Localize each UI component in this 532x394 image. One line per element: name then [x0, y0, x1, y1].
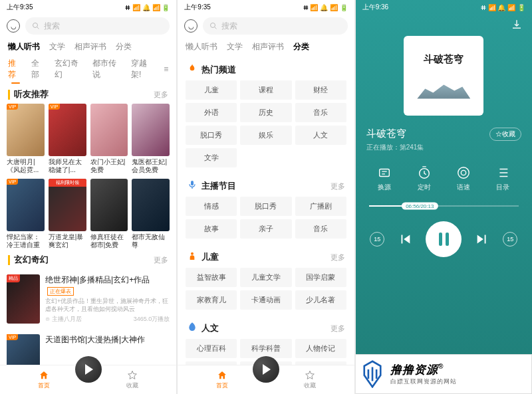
favorite-button[interactable]: ☆收藏 [489, 128, 521, 141]
category-chip[interactable]: 情感 [186, 197, 237, 216]
book-card[interactable]: 修真狂徒在都市|免费 [90, 179, 128, 250]
book-title: 万道龙皇|暴爽玄幻 [49, 233, 86, 250]
nav-tab[interactable]: 分类 [293, 41, 309, 52]
nav-tab[interactable]: 相声评书 [252, 41, 284, 52]
svg-point-8 [458, 167, 469, 179]
book-card[interactable]: 都市无敌仙尊 [132, 179, 170, 250]
rewind-15-button[interactable]: 15 [370, 232, 384, 246]
category-chip[interactable]: 人文 [295, 126, 346, 145]
category-chip[interactable]: 文学 [186, 148, 237, 167]
category-chip[interactable]: 人物传记 [295, 339, 346, 358]
status-icons: ⵌ 📶 🔔 📶 🔋 [125, 4, 170, 11]
status-icons: ⵌ 📶 🔔 📶 🔋 [303, 4, 348, 11]
more-link[interactable]: 更多 [331, 324, 345, 334]
category-chip[interactable]: 故事 [186, 219, 237, 239]
prev-button[interactable] [398, 232, 412, 246]
book-card[interactable]: 农门小王妃|免费 [90, 104, 128, 175]
home-icon [216, 370, 228, 381]
category-chip[interactable]: 广播剧 [295, 197, 346, 216]
play-fab[interactable] [75, 356, 102, 383]
mountain-art [417, 79, 470, 99]
progress-bar[interactable]: 06:56/20:13 [356, 199, 532, 213]
category-section: 儿童更多益智故事儿童文学国学启蒙家教育儿卡通动画少儿名著 [184, 243, 347, 314]
book-cover [90, 179, 128, 231]
swap-icon [377, 165, 392, 180]
category-chip[interactable]: 脱口秀 [240, 197, 291, 216]
menu-icon[interactable]: ≡ [164, 64, 168, 74]
nav-tab[interactable]: 文学 [49, 41, 65, 52]
more-link[interactable]: 更多 [154, 255, 168, 265]
svg-line-1 [37, 27, 39, 29]
category-chip[interactable]: 卡通动画 [240, 290, 291, 310]
more-link[interactable]: 更多 [331, 252, 345, 262]
timer-button[interactable]: 定时 [417, 165, 432, 192]
speed-button[interactable]: 语速 [456, 165, 471, 192]
toc-button[interactable]: 目录 [495, 165, 510, 192]
category-chip[interactable]: 脱口秀 [186, 126, 237, 145]
category-chip[interactable]: 家教育儿 [186, 290, 237, 310]
category-chip[interactable]: 国学启蒙 [295, 268, 346, 287]
category-chip[interactable]: 音乐 [295, 219, 346, 239]
sub-nav: 推荐 全部 玄幻奇幻 都市传说 穿越架! ≡ [0, 55, 176, 84]
search-placeholder: 搜索 [221, 21, 237, 32]
category-chip[interactable]: 娱乐 [240, 126, 291, 145]
vip-badge: VIP [7, 334, 18, 340]
categories-area[interactable]: 热门频道儿童课程财经外语历史音乐脱口秀娱乐人文文学主播节目更多情感脱口秀广播剧故… [178, 55, 354, 365]
book-cover [132, 179, 170, 231]
category-chip[interactable]: 课程 [240, 80, 291, 100]
category-chip[interactable]: 少儿名著 [295, 290, 346, 310]
subnav-item[interactable]: 都市传说 [92, 58, 123, 80]
book-card[interactable]: 福利限时领万道龙皇|暴爽玄幻 [49, 179, 86, 250]
more-link[interactable]: 更多 [154, 90, 168, 100]
nav-tab[interactable]: 分类 [116, 41, 132, 52]
nav-tab[interactable]: 懒人听书 [8, 41, 40, 52]
search-input[interactable]: 搜索 [203, 17, 347, 35]
category-chip[interactable]: 历史 [240, 103, 291, 122]
nav-collect[interactable]: 收藏 [126, 370, 138, 390]
status-icons: ⵌ 📶 🔔 📶 🔋 [481, 4, 525, 11]
category-chip[interactable]: 儿童 [186, 80, 237, 100]
category-chip[interactable]: 亲子 [240, 219, 291, 239]
book-card[interactable]: 鬼医都王妃|会员免费 [132, 104, 170, 175]
subnav-item[interactable]: 全部 [31, 58, 47, 80]
content-area[interactable]: 听友推荐 更多 VIP大唐明月|《风起霓...VIP我师兄在太稳健了|...农门… [0, 84, 176, 365]
subnav-item[interactable]: 穿越架! [131, 58, 156, 80]
subnav-item[interactable]: 玄幻奇幻 [55, 58, 85, 80]
search-input[interactable]: 搜索 [25, 17, 170, 35]
screen-home: 上午9:35 ⵌ 📶 🔔 📶 🔋 ◡ 搜索 懒人听书 文学 相声评书 分类 推荐… [0, 0, 176, 394]
nav-collect[interactable]: 收藏 [304, 370, 316, 390]
more-link[interactable]: 更多 [331, 181, 345, 191]
next-button[interactable] [475, 232, 489, 246]
pause-button[interactable] [426, 221, 462, 257]
category-chip[interactable]: 儿童文学 [240, 268, 291, 287]
face-icon[interactable]: ◡ [7, 19, 20, 33]
album-title: 斗破苍穹 [424, 53, 464, 66]
nav-home[interactable]: 首页 [216, 370, 228, 390]
subnav-item[interactable]: 推荐 [8, 58, 23, 80]
category-chip[interactable]: 外语 [186, 103, 237, 122]
book-card[interactable]: VIP大唐明月|《风起霓... [7, 104, 45, 175]
book-title: 都市无敌仙尊 [132, 233, 170, 250]
svg-rect-6 [380, 169, 390, 177]
category-chip[interactable]: 心理百科 [186, 339, 237, 358]
category-chip[interactable]: 益智故事 [186, 268, 237, 287]
category-chip[interactable]: 财经 [295, 80, 346, 100]
album-art[interactable]: 斗破苍穹 [404, 36, 483, 116]
book-card[interactable]: VIP悍妃当家：冷王请自重 [7, 179, 45, 250]
main-nav: 懒人听书 文学 相声评书 分类 [178, 37, 354, 55]
nav-home[interactable]: 首页 [38, 370, 50, 390]
nav-tab[interactable]: 懒人听书 [186, 41, 217, 52]
nav-tab[interactable]: 相声评书 [74, 41, 106, 52]
book-card[interactable]: VIP我师兄在太稳健了|... [49, 104, 86, 175]
category-chip[interactable]: 科学科普 [240, 339, 291, 358]
list-item[interactable]: 精品绝世邪神|多播精品|玄幻+作品正在爆表玄幻+优质作品！重生异世，施展神奇丹术… [7, 269, 170, 329]
download-icon[interactable] [511, 19, 523, 31]
category-chip[interactable]: 音乐 [295, 103, 346, 122]
swap-source-button[interactable]: 换源 [377, 165, 392, 192]
nav-tab[interactable]: 文学 [227, 41, 243, 52]
face-icon[interactable]: ◡ [184, 19, 198, 33]
forward-15-button[interactable]: 15 [503, 232, 517, 246]
category-title: 热门频道 [201, 64, 344, 76]
star-icon [304, 370, 316, 381]
play-fab[interactable] [253, 356, 279, 383]
